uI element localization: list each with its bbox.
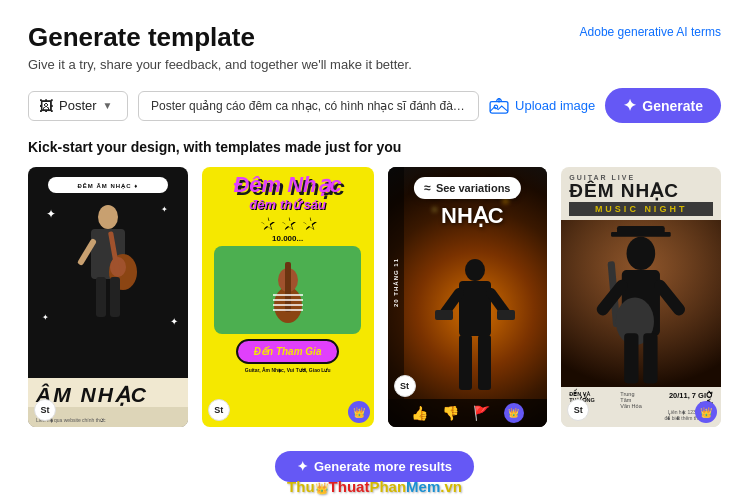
svg-rect-20 (459, 281, 491, 336)
sparkle-tr: ✦ (161, 205, 168, 214)
svg-rect-25 (435, 310, 453, 320)
generate-more-section: ✦ Generate more results (0, 443, 749, 496)
dj-svg (435, 255, 515, 395)
page-title: Generate template (28, 22, 412, 53)
variations-icon: ≈ (424, 181, 431, 195)
ai-terms-link[interactable]: Adobe generative AI terms (580, 25, 721, 39)
prompt-input[interactable] (138, 91, 479, 121)
svg-point-30 (627, 237, 656, 270)
template-card-2[interactable]: Đêm Nhạc đêm thứ sáu ★ ★ ★ 10.000... Đến… (202, 167, 374, 427)
type-label: Poster (59, 98, 97, 113)
svg-rect-22 (478, 335, 491, 390)
sparkle-icon: ✦ (623, 96, 636, 115)
card2-price: 10.000... (272, 234, 303, 243)
generate-more-label: Generate more results (314, 459, 452, 474)
variations-label: See variations (436, 182, 511, 194)
card2-stars: ★ ★ ★ (259, 212, 317, 234)
see-variations-pill[interactable]: ≈ See variations (414, 177, 520, 199)
page-subtitle: Give it a try, share your feedback, and … (28, 57, 412, 72)
template-card-3[interactable]: 20 THÁNG 11 ĐÊM ÂM NHẠC (388, 167, 548, 427)
card4-footer-col2: Trung Tâm Văn Hóa (620, 391, 646, 409)
thumbs-down-icon[interactable]: 👎 (442, 405, 459, 421)
card1-st-badge: St (34, 399, 56, 421)
card4-crown: 👑 (695, 401, 717, 423)
thumbs-up-icon[interactable]: 👍 (411, 405, 428, 421)
upload-image-button[interactable]: Upload image (489, 98, 595, 114)
card2-sub-label: Guitar, Âm Nhạc, Vui Tươi, Giao Lưu (245, 367, 331, 373)
card3-crown: 👑 (504, 403, 524, 423)
card2-title-line1: Đêm Nhạc (233, 173, 341, 197)
card2-cta[interactable]: Đến Tham Gia (236, 339, 340, 364)
svg-rect-26 (497, 310, 515, 320)
card3-person (435, 255, 515, 399)
poster-icon: 🖼 (39, 98, 53, 114)
chevron-down-icon: ▼ (103, 100, 113, 111)
header-left: Generate template Give it a try, share y… (28, 22, 412, 72)
upload-icon (489, 98, 509, 114)
card1-top-text: ĐÊM ÂM NHẠC ♦ (78, 182, 139, 189)
svg-rect-0 (490, 101, 508, 113)
svg-point-19 (465, 259, 485, 281)
card2-st-badge: St (208, 399, 230, 421)
svg-rect-21 (459, 335, 472, 390)
section-title: Kick-start your design, with templates m… (0, 133, 749, 167)
violin-svg (263, 250, 313, 330)
card4-main-title: ĐÊM NHẠC (569, 181, 713, 200)
upload-label: Upload image (515, 98, 595, 113)
card3-action-bar: 👍 👎 🚩 👑 (388, 399, 548, 427)
sparkle-br: ✦ (170, 316, 178, 327)
card3-st-badge: St (394, 375, 416, 397)
svg-rect-11 (110, 277, 120, 317)
flag-icon[interactable]: 🚩 (473, 405, 490, 421)
type-selector[interactable]: 🖼 Poster ▼ (28, 91, 128, 121)
card3-date-text: 20 THÁNG 11 (393, 258, 399, 307)
header-right: Adobe generative AI terms (580, 22, 721, 40)
toolbar: 🖼 Poster ▼ Upload image ✦ Generate (0, 78, 749, 133)
generate-more-icon: ✦ (297, 459, 308, 474)
svg-rect-29 (611, 232, 671, 237)
card4-photo (561, 220, 721, 387)
svg-rect-37 (644, 333, 658, 383)
template-card-1[interactable]: ĐÊM ÂM NHẠC ♦ ✦ ✦ ✦ ✦ (28, 167, 188, 427)
generate-label: Generate (642, 98, 703, 114)
card3-title-line2: NHẠC (406, 203, 540, 229)
page-header: Generate template Give it a try, share y… (0, 0, 749, 78)
card4-music-night: MUSIC NIGHT (569, 202, 713, 216)
card4-top: GUITAR LIVE ĐÊM NHẠC MUSIC NIGHT (561, 167, 721, 220)
sparkle-bl: ✦ (42, 313, 49, 322)
sparkle-tl: ✦ (46, 207, 56, 221)
svg-point-3 (98, 205, 118, 229)
templates-row: ĐÊM ÂM NHẠC ♦ ✦ ✦ ✦ ✦ (0, 167, 749, 443)
guitarist-svg (63, 202, 153, 332)
svg-rect-10 (96, 277, 106, 317)
template-card-4[interactable]: GUITAR LIVE ĐÊM NHẠC MUSIC NIGHT (561, 167, 721, 427)
card3-date-bar: 20 THÁNG 11 (388, 167, 404, 399)
generate-button[interactable]: ✦ Generate (605, 88, 721, 123)
card2-crown: 👑 (348, 401, 370, 423)
card1-main-text: ÂM NHẠC (36, 383, 180, 407)
svg-rect-36 (624, 333, 638, 383)
generate-more-button[interactable]: ✦ Generate more results (275, 451, 474, 482)
card2-title-line2: đêm thứ sáu (249, 197, 326, 212)
cowboy-svg (561, 220, 721, 387)
